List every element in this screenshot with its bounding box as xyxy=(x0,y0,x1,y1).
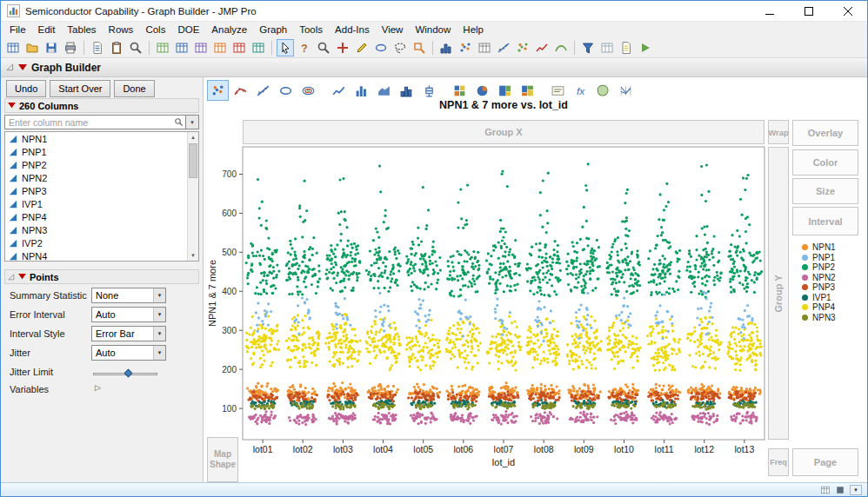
menu-edit[interactable]: Edit xyxy=(32,23,62,36)
done-button[interactable]: Done xyxy=(114,80,154,97)
red-triangle-menu-icon[interactable] xyxy=(8,103,16,109)
histogram-element-icon[interactable] xyxy=(396,80,417,101)
ellipse-element-icon[interactable] xyxy=(275,80,297,101)
fit-y-by-x-icon[interactable] xyxy=(457,39,474,56)
column-item-npn1[interactable]: NPN1 xyxy=(5,132,187,145)
column-item-ivp1[interactable]: IVP1 xyxy=(5,197,187,210)
column-list[interactable]: NPN1PNP1PNP2NPN2PNP3IVP1PNP4NPN3IVP2NPN4… xyxy=(4,131,199,262)
menu-window[interactable]: Window xyxy=(409,23,457,36)
legend-item-npn1[interactable]: NPN1 xyxy=(802,242,836,253)
lasso-tool-icon[interactable] xyxy=(391,39,409,56)
menu-rows[interactable]: Rows xyxy=(103,23,140,36)
caption-box-element-icon[interactable] xyxy=(547,80,569,101)
contour-element-icon[interactable] xyxy=(297,80,319,101)
column-list-scrollbar[interactable]: ▲ ▼ xyxy=(187,132,198,261)
menu-file[interactable]: File xyxy=(3,23,32,36)
menu-view[interactable]: View xyxy=(376,23,410,36)
legend-item-ivp1[interactable]: IVP1 xyxy=(802,293,836,303)
column-item-npn4[interactable]: NPN4 xyxy=(5,249,187,262)
legend-item-npn2[interactable]: NPN2 xyxy=(802,273,836,283)
minimize-button[interactable] xyxy=(750,1,789,21)
menu-doe[interactable]: DOE xyxy=(171,23,205,36)
arrow-tool-icon[interactable] xyxy=(277,39,294,56)
column-search-input[interactable] xyxy=(9,117,174,128)
parallel-element-icon[interactable] xyxy=(615,80,637,101)
box-plot-element-icon[interactable] xyxy=(418,80,440,101)
x-axis-label[interactable]: lot_id xyxy=(492,457,515,467)
annotate-tool-icon[interactable] xyxy=(353,39,371,56)
column-item-pnp2[interactable]: PNP2 xyxy=(5,158,187,171)
formula-element-icon[interactable]: fx xyxy=(570,80,591,101)
distribution-icon[interactable] xyxy=(437,39,455,56)
run-script-icon[interactable] xyxy=(637,39,654,56)
find-icon[interactable] xyxy=(127,39,144,56)
line-of-fit-element-icon[interactable] xyxy=(252,80,274,101)
copy-icon[interactable] xyxy=(89,39,106,56)
join-table-icon[interactable] xyxy=(211,39,229,56)
control-chart-icon[interactable] xyxy=(533,39,551,56)
column-item-ivp2[interactable]: IVP2 xyxy=(5,236,187,249)
summary-statistic-dropdown[interactable]: None▼ xyxy=(91,288,166,303)
crosshair-tool-icon[interactable] xyxy=(334,39,351,56)
mosaic-element-icon[interactable] xyxy=(517,80,538,101)
scrollbar-thumb[interactable] xyxy=(189,143,197,178)
column-item-pnp3[interactable]: PNP3 xyxy=(5,184,187,197)
column-item-pnp1[interactable]: PNP1 xyxy=(5,145,187,158)
collapse-panel-icon[interactable] xyxy=(6,63,14,71)
error-interval-dropdown[interactable]: Auto▼ xyxy=(91,307,166,322)
brush-tool-icon[interactable] xyxy=(411,39,428,56)
column-switcher-icon[interactable] xyxy=(598,39,616,56)
legend-item-npn3[interactable]: NPN3 xyxy=(802,313,836,323)
maximize-button[interactable] xyxy=(789,1,828,21)
help-tool-icon[interactable]: ? xyxy=(296,39,313,56)
heatmap-element-icon[interactable] xyxy=(449,80,471,101)
save-icon[interactable] xyxy=(43,39,60,56)
sort-table-icon[interactable] xyxy=(192,39,210,56)
menu-graph[interactable]: Graph xyxy=(253,23,293,36)
journal-icon[interactable] xyxy=(618,39,635,56)
expand-variables-icon[interactable]: ▷ xyxy=(95,383,101,392)
red-triangle-menu-icon[interactable] xyxy=(18,274,26,280)
red-triangle-menu-icon[interactable] xyxy=(18,64,27,71)
status-table-icon[interactable] xyxy=(820,485,831,495)
column-search-menu-button[interactable]: ▼ xyxy=(186,115,199,129)
plot-area[interactable]: 100200300400500600700lot01lot02lot03lot0… xyxy=(204,112,867,482)
menu-tables[interactable]: Tables xyxy=(61,23,102,36)
legend-item-pnp2[interactable]: PNP2 xyxy=(802,262,836,273)
interval-style-dropdown[interactable]: Error Bar▼ xyxy=(91,326,166,341)
menu-tools[interactable]: Tools xyxy=(293,23,329,36)
jitter-dropdown[interactable]: Auto▼ xyxy=(91,345,166,361)
points-element-icon[interactable] xyxy=(207,80,229,101)
tabulate-icon[interactable] xyxy=(476,39,493,56)
zoom-tool-icon[interactable] xyxy=(315,39,332,56)
collapse-section-icon[interactable] xyxy=(8,274,15,281)
bar-element-icon[interactable] xyxy=(351,80,372,101)
close-button[interactable] xyxy=(828,1,867,21)
column-item-npn2[interactable]: NPN2 xyxy=(5,171,187,184)
legend-item-pnp4[interactable]: PNP4 xyxy=(802,302,836,313)
polygon-tool-icon[interactable] xyxy=(372,39,390,56)
open-icon[interactable] xyxy=(23,39,41,56)
menu-analyze[interactable]: Analyze xyxy=(205,23,253,36)
legend-item-pnp1[interactable]: PNP1 xyxy=(802,253,836,263)
start-over-button[interactable]: Start Over xyxy=(50,80,110,97)
undo-button[interactable]: Undo xyxy=(6,80,46,97)
stack-table-icon[interactable] xyxy=(230,39,248,56)
status-menu-dropdown[interactable]: ▼ xyxy=(850,485,862,495)
summary-table-icon[interactable] xyxy=(154,39,171,56)
transpose-table-icon[interactable] xyxy=(250,39,267,56)
column-item-pnp4[interactable]: PNP4 xyxy=(5,210,187,223)
graph-builder-icon[interactable] xyxy=(514,39,531,56)
points-panel-header[interactable]: Points xyxy=(4,269,199,284)
line-element-icon[interactable] xyxy=(328,80,350,101)
data-filter-icon[interactable] xyxy=(579,39,597,56)
area-element-icon[interactable] xyxy=(373,80,395,101)
scroll-down-icon[interactable]: ▼ xyxy=(188,250,198,261)
treemap-element-icon[interactable] xyxy=(494,80,516,101)
scroll-up-icon[interactable]: ▲ xyxy=(188,132,198,142)
menu-help[interactable]: Help xyxy=(457,23,490,36)
print-icon[interactable] xyxy=(62,39,79,56)
paste-icon[interactable] xyxy=(108,39,125,56)
jitter-limit-slider[interactable] xyxy=(93,370,157,379)
new-data-table-icon[interactable] xyxy=(4,39,22,56)
